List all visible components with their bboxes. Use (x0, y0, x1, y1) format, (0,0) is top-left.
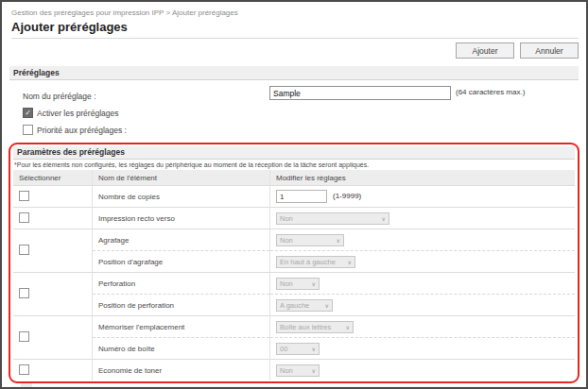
presets-section-header: Préréglages (9, 66, 579, 80)
select-value: 00 (280, 345, 287, 353)
item-name: Agrafage (93, 229, 270, 251)
item-select[interactable]: En haut à gauche∨ (276, 256, 355, 268)
table-row: Impression recto versoNon∨ (13, 208, 575, 229)
settings-section-header: Paramètres des préréglages (13, 146, 575, 160)
item-select[interactable]: Non∨ (276, 234, 344, 246)
action-buttons: Ajouter Annuler (2, 42, 579, 59)
page-title: Ajouter préréglages (11, 20, 579, 39)
priority-presets-checkbox[interactable]: ✓ (23, 125, 33, 135)
item-control-cell: A gauche∨ (270, 295, 576, 316)
item-name: Position d'agrafage (93, 251, 270, 273)
preset-name-label: Nom du préréglage : (23, 92, 96, 101)
row-select-cell (13, 186, 93, 208)
chevron-down-icon: ∨ (382, 215, 386, 222)
row-select-checkbox[interactable] (19, 245, 29, 255)
column-modify-settings: Modifier les réglages (270, 170, 576, 186)
item-name: Nombre de copies (93, 186, 270, 208)
chevron-down-icon: ∨ (312, 280, 316, 287)
enable-presets-row: ✓ Activer les préréglages (23, 108, 579, 118)
item-control-cell: Non∨ (270, 229, 576, 251)
enable-presets-checkbox[interactable]: ✓ (23, 108, 33, 118)
item-select[interactable]: Boîte aux lettres∨ (276, 321, 354, 333)
column-item-name: Nom de l'élément (93, 170, 270, 186)
row-select-checkbox[interactable] (19, 288, 29, 298)
item-select[interactable]: 00∨ (276, 343, 320, 355)
settings-note: *Pour les éléments non configurés, les r… (14, 161, 576, 168)
app-window: Gestion des préréglages pour impression … (0, 0, 588, 389)
table-row: AgrafageNon∨ (13, 229, 575, 251)
table-row: Numéro de boîte00∨ (13, 338, 575, 360)
preset-name-hint: (64 caractères max.) (456, 88, 525, 96)
chevron-down-icon: ∨ (346, 324, 350, 330)
row-select-cell (13, 229, 93, 273)
item-control-cell: Non∨ (270, 360, 576, 381)
preset-name-input[interactable] (269, 86, 451, 100)
enable-presets-label: Activer les préréglages (37, 109, 118, 118)
table-header-row: Sélectionner Nom de l'élément Modifier l… (13, 170, 575, 186)
item-name: Position de perforation (93, 295, 270, 316)
select-value: Non (280, 366, 293, 375)
item-select[interactable]: Non∨ (276, 212, 389, 225)
select-value: En haut à gauche (280, 258, 336, 266)
add-button[interactable]: Ajouter (456, 42, 514, 59)
table-row: Position de perforationA gauche∨ (13, 295, 575, 316)
select-value: Non (280, 279, 293, 288)
table-row: PerforationNon∨ (13, 273, 575, 295)
chevron-down-icon: ∨ (312, 346, 316, 352)
select-value: Boîte aux lettres (280, 323, 331, 331)
row-select-cell (13, 273, 93, 316)
row-select-cell (13, 360, 93, 381)
preset-name-row: Nom du préréglage : (64 caractères max.) (23, 86, 579, 101)
item-name: Perforation (93, 273, 270, 295)
item-name: Impression recto verso (93, 208, 270, 229)
item-control-cell: (1-9999) (270, 186, 576, 208)
row-select-checkbox[interactable] (19, 212, 29, 223)
item-select[interactable]: A gauche∨ (276, 299, 333, 312)
row-select-checkbox[interactable] (19, 331, 29, 342)
chevron-down-icon: ∨ (348, 259, 352, 265)
chevron-down-icon: ∨ (337, 237, 340, 244)
table-row: Position d'agrafageEn haut à gauche∨ (13, 251, 575, 273)
select-value: A gauche (280, 301, 309, 310)
table-row: Economie de tonerNon∨ (13, 360, 575, 381)
item-name: Numéro de boîte (93, 338, 270, 360)
item-select[interactable]: Non∨ (276, 364, 320, 377)
item-control-cell: Non∨ (270, 208, 576, 229)
item-control-cell: Boîte aux lettres∨ (270, 316, 576, 338)
select-value: Non (280, 236, 293, 245)
check-icon: ✓ (25, 110, 31, 117)
breadcrumb[interactable]: Gestion des préréglages pour impression … (11, 8, 579, 17)
cancel-button[interactable]: Annuler (520, 42, 579, 59)
row-select-cell (13, 316, 93, 360)
item-name: Economie de toner (93, 360, 270, 381)
item-control-cell: En haut à gauche∨ (270, 251, 576, 273)
chevron-down-icon: ∨ (325, 302, 329, 309)
priority-presets-row: ✓ Priorité aux préréglages : (23, 125, 579, 135)
range-hint: (1-9999) (333, 192, 361, 200)
item-name: Mémoriser l'emplacement (93, 316, 270, 338)
chevron-down-icon: ∨ (312, 367, 316, 374)
row-select-cell (13, 208, 93, 229)
row-select-checkbox[interactable] (19, 191, 29, 201)
item-control-cell: 00∨ (270, 338, 576, 360)
item-control-cell: Non∨ (270, 273, 576, 295)
settings-section-highlight: Paramètres des préréglages *Pour les élé… (9, 143, 579, 383)
table-row: Mémoriser l'emplacementBoîte aux lettres… (13, 316, 575, 338)
row-select-checkbox[interactable] (19, 364, 29, 375)
table-row: Nombre de copies(1-9999) (13, 186, 575, 208)
priority-presets-label: Priorité aux préréglages : (37, 126, 127, 135)
item-select[interactable]: Non∨ (276, 278, 320, 290)
select-value: Non (280, 214, 293, 223)
copies-input[interactable] (276, 190, 327, 203)
column-select: Sélectionner (13, 170, 93, 186)
settings-table: Sélectionner Nom de l'élément Modifier l… (13, 170, 575, 381)
